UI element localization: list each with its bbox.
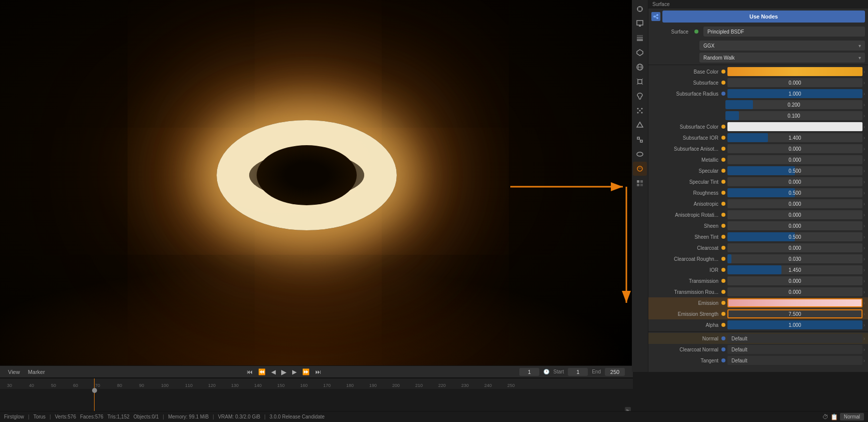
emission-color-swatch[interactable]	[727, 298, 862, 307]
alpha-value[interactable]: 1.000	[727, 320, 862, 329]
anisotropic-rotation-value[interactable]: 0.000	[727, 210, 862, 219]
particles-icon[interactable]	[633, 104, 647, 118]
subsurface-anisot-value[interactable]: 0.000	[727, 144, 862, 153]
subsurface-radius-value-3[interactable]: 0.100	[725, 111, 862, 120]
transmission-roughness-value[interactable]: 0.000	[727, 287, 862, 296]
modifier-icon[interactable]	[633, 89, 647, 103]
roughness-value[interactable]: 0.500	[727, 188, 862, 197]
start-frame-input[interactable]: 1	[568, 368, 588, 376]
step-forward-btn[interactable]: ▶	[290, 367, 299, 376]
random-walk-dropdown[interactable]: Random Walk ▾	[699, 53, 865, 63]
tangent-arrow[interactable]: ›	[863, 358, 865, 363]
subsurface-color-swatch[interactable]	[727, 122, 862, 131]
subsurface-anisot-row: Subsurface Anisot... 0.000 ›	[648, 143, 868, 154]
alpha-arrow[interactable]: ›	[863, 322, 865, 328]
clearcoat-roughness-value[interactable]: 0.030	[727, 254, 862, 263]
end-frame-input[interactable]: 250	[605, 368, 625, 376]
base-color-swatch[interactable]	[727, 67, 862, 76]
svg-line-14	[637, 79, 638, 80]
specular-value[interactable]: 0.500	[727, 166, 862, 175]
ior-dot	[721, 268, 725, 272]
output-icon[interactable]	[633, 17, 647, 31]
current-frame-indicator[interactable]: 1	[519, 368, 539, 376]
tangent-value[interactable]: Default	[727, 356, 862, 365]
timeline-view-menu[interactable]: View	[8, 369, 20, 375]
object-data-icon[interactable]	[633, 147, 647, 161]
scene-icon[interactable]	[633, 46, 647, 60]
step-back-btn[interactable]: ◀	[269, 367, 278, 376]
normal-arrow[interactable]: ›	[863, 336, 865, 341]
principled-bsdf-dropdown[interactable]: Principled BSDF	[703, 27, 865, 37]
object-icon[interactable]	[633, 75, 647, 89]
specular-arrow[interactable]: ›	[863, 168, 865, 174]
emission-strength-arrow[interactable]: ›	[863, 311, 865, 317]
play-btn[interactable]: ▶	[279, 367, 289, 377]
clearcoat-normal-value[interactable]: Default	[727, 345, 862, 354]
sheen-tint-arrow[interactable]: ›	[863, 234, 865, 240]
use-nodes-button[interactable]: Use Nodes	[662, 11, 865, 23]
clearcoat-roughness-arrow[interactable]: ›	[863, 256, 865, 262]
svg-rect-30	[637, 184, 639, 186]
subsurface-radius-arrow[interactable]: ›	[863, 91, 865, 97]
physics-icon[interactable]	[633, 118, 647, 132]
subsurface-arrow[interactable]: ›	[863, 80, 865, 86]
subsurface-value[interactable]: 0.000	[727, 78, 862, 87]
roughness-arrow[interactable]: ›	[863, 190, 865, 196]
normal-value[interactable]: Default	[727, 334, 862, 343]
transmission-arrow[interactable]: ›	[863, 278, 865, 284]
scrubber-head[interactable]	[92, 388, 97, 393]
anisotropic-rotation-dot	[721, 213, 725, 217]
subsurface-radius-value-2[interactable]: 0.200	[725, 100, 862, 109]
ior-arrow[interactable]: ›	[863, 267, 865, 273]
next-keyframe-btn[interactable]: ⏩	[300, 367, 312, 376]
shading-icon[interactable]	[633, 176, 647, 190]
subsurface-radius-arrow-3[interactable]: ›	[863, 113, 865, 119]
clearcoat-row: Clearcoat 0.000 ›	[648, 242, 868, 253]
world-icon[interactable]	[633, 60, 647, 74]
material-icon[interactable]	[633, 162, 647, 176]
clearcoat-arrow[interactable]: ›	[863, 245, 865, 251]
subsurface-ior-value[interactable]: 1.400	[727, 133, 862, 142]
subsurface-radius-dot	[721, 92, 725, 96]
anisotropic-rotation-label: Anisotropic Rotati...	[651, 212, 721, 218]
base-color-arrow[interactable]: ›	[863, 69, 865, 75]
separator-5: |	[264, 414, 266, 419]
prev-keyframe-btn[interactable]: ⏪	[256, 367, 268, 376]
subsurface-radius-value-1[interactable]: 1.000	[727, 89, 862, 98]
specular-tint-value[interactable]: 0.000	[727, 177, 862, 186]
jump-to-end-btn[interactable]: ⏭	[313, 367, 323, 376]
sheen-value[interactable]: 0.000	[727, 221, 862, 230]
clearcoat-value[interactable]: 0.000	[727, 243, 862, 252]
timeline-marker-menu[interactable]: Marker	[28, 369, 45, 375]
subsurface-anisot-arrow[interactable]: ›	[863, 146, 865, 152]
transmission-roughness-arrow[interactable]: ›	[863, 289, 865, 295]
specular-tint-row: Specular Tint 0.000 ›	[648, 176, 868, 187]
constraints-icon[interactable]	[633, 133, 647, 147]
metallic-arrow[interactable]: ›	[863, 157, 865, 163]
viewport	[0, 0, 633, 365]
subsurface-ior-arrow[interactable]: ›	[863, 135, 865, 141]
render-icon[interactable]	[633, 2, 647, 16]
jump-to-start-btn[interactable]: ⏮	[245, 367, 255, 376]
alpha-row: Alpha 1.000 ›	[648, 319, 868, 330]
anisotropic-arrow[interactable]: ›	[863, 201, 865, 207]
ggx-dropdown[interactable]: GGX ▾	[699, 41, 865, 51]
timeline-track[interactable]: ▶	[0, 389, 633, 414]
subsurface-color-arrow[interactable]: ›	[863, 124, 865, 130]
ior-value[interactable]: 1.450	[727, 265, 862, 274]
sheen-arrow[interactable]: ›	[863, 223, 865, 229]
view-layer-icon[interactable]	[633, 31, 647, 45]
sheen-tint-value[interactable]: 0.500	[727, 232, 862, 241]
emission-strength-value[interactable]: 7.500	[727, 309, 862, 318]
svg-point-26	[637, 152, 643, 156]
normal-label: Normal	[651, 336, 721, 341]
specular-tint-arrow[interactable]: ›	[863, 179, 865, 185]
metallic-value[interactable]: 0.000	[727, 155, 862, 164]
anisotropic-value[interactable]: 0.000	[727, 199, 862, 208]
anisotropic-rotation-arrow[interactable]: ›	[863, 212, 865, 218]
subsurface-color-row: Subsurface Color ›	[648, 121, 868, 132]
emission-arrow[interactable]: ›	[863, 300, 865, 306]
transmission-value[interactable]: 0.000	[727, 276, 862, 285]
clearcoat-normal-arrow[interactable]: ›	[863, 347, 865, 352]
subsurface-radius-arrow-2[interactable]: ›	[863, 102, 865, 108]
